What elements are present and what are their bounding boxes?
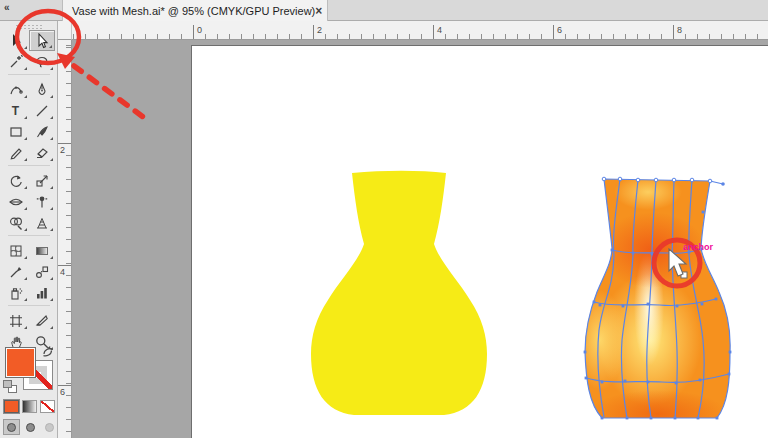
default-fill-stroke-icon[interactable] [3, 380, 17, 393]
magic-wand-icon [8, 54, 24, 70]
mesh-vase-shape[interactable] [575, 170, 735, 435]
mesh-tool-button[interactable] [3, 240, 29, 261]
artboard-tool-button[interactable] [3, 310, 29, 331]
scale-tool-button[interactable] [29, 170, 55, 191]
lasso-icon [34, 54, 50, 70]
ruler-label: 6 [553, 25, 562, 39]
ruler-label: 4 [433, 25, 442, 39]
yellow-vase-shape[interactable] [300, 168, 500, 420]
perspective-grid-tool-button[interactable] [29, 212, 55, 233]
blend-icon [34, 264, 50, 280]
column-graph-tool-button[interactable] [29, 282, 55, 303]
lasso-tool-button[interactable] [29, 51, 55, 72]
selection-arrow-icon [8, 33, 24, 49]
tools-panel: T [0, 21, 58, 438]
swap-fill-stroke-icon[interactable] [41, 344, 55, 362]
rectangle-icon [8, 124, 24, 140]
curvature-icon [8, 82, 24, 98]
blend-tool-button[interactable] [29, 261, 55, 282]
ruler-label: 6 [58, 385, 71, 397]
gradient-tool-button[interactable] [29, 240, 55, 261]
horizontal-ruler-ticks [58, 34, 768, 39]
illustrator-window: « Vase with Mesh.ai* @ 95% (CMYK/GPU Pre… [0, 0, 768, 438]
direct-selection-tool-button[interactable] [29, 30, 55, 51]
tab-bar: « Vase with Mesh.ai* @ 95% (CMYK/GPU Pre… [0, 0, 768, 21]
slice-tool-button[interactable] [29, 310, 55, 331]
ruler-corner [58, 21, 72, 40]
document-tab[interactable]: Vase with Mesh.ai* @ 95% (CMYK/GPU Previ… [62, 0, 328, 21]
pasteboard[interactable] [72, 40, 768, 438]
puppet-warp-tool-button[interactable] [29, 191, 55, 212]
shape-builder-icon [8, 215, 24, 231]
eraser-tool-button[interactable] [29, 142, 55, 163]
scale-icon [34, 173, 50, 189]
gradient-button[interactable] [22, 400, 37, 413]
draw-behind-icon [26, 423, 35, 432]
pen-icon [34, 82, 50, 98]
color-type-row [4, 400, 55, 413]
fill-color-swatch[interactable] [5, 347, 36, 378]
collapse-panel-icon[interactable]: « [4, 2, 9, 13]
width-tool-button[interactable] [3, 191, 29, 212]
symbol-sprayer-tool-button[interactable] [3, 282, 29, 303]
drawing-modes-row [3, 419, 58, 435]
pen-tool-button[interactable] [29, 79, 55, 100]
eyedropper-icon [8, 264, 24, 280]
rectangle-tool-button[interactable] [3, 121, 29, 142]
ruler-label: 2 [58, 143, 71, 155]
paintbrush-icon [34, 124, 50, 140]
draw-normal-icon [7, 423, 16, 432]
eraser-icon [34, 145, 50, 161]
direct-selection-arrow-icon [34, 33, 50, 49]
ruler-label: 8 [673, 25, 682, 39]
draw-inside-button[interactable] [41, 419, 58, 435]
ruler-label: 2 [313, 25, 322, 39]
pencil-icon [8, 145, 24, 161]
draw-behind-button[interactable] [22, 419, 39, 435]
mesh-icon [8, 243, 24, 259]
draw-normal-button[interactable] [3, 419, 20, 435]
line-segment-tool-button[interactable] [29, 100, 55, 121]
width-tool-icon [8, 194, 24, 210]
ruler-label: 0 [193, 25, 202, 39]
shape-builder-tool-button[interactable] [3, 212, 29, 233]
panel-drag-handle[interactable] [15, 24, 43, 29]
curvature-tool-button[interactable] [3, 79, 29, 100]
paintbrush-tool-button[interactable] [29, 121, 55, 142]
vertical-ruler[interactable]: 2 4 6 [58, 40, 72, 438]
artboard-icon [8, 313, 24, 329]
gradient-icon [34, 243, 50, 259]
magic-wand-tool-button[interactable] [3, 51, 29, 72]
close-tab-icon[interactable]: × [315, 5, 322, 17]
eyedropper-tool-button[interactable] [3, 261, 29, 282]
slice-knife-icon [34, 313, 50, 329]
horizontal-ruler[interactable]: 0 2 4 6 8 [58, 21, 768, 40]
document-title: Vase with Mesh.ai* @ 95% (CMYK/GPU Previ… [72, 5, 315, 17]
symbol-sprayer-icon [8, 285, 24, 301]
color-button[interactable] [4, 400, 19, 413]
rotate-tool-button[interactable] [3, 170, 29, 191]
rotate-icon [8, 173, 24, 189]
column-graph-icon [34, 285, 50, 301]
line-segment-icon [34, 103, 50, 119]
ruler-label: 4 [58, 265, 71, 277]
pencil-tool-button[interactable] [3, 142, 29, 163]
puppet-warp-pin-icon [34, 194, 50, 210]
vertical-ruler-ticks [66, 40, 71, 438]
selection-tool-button[interactable] [3, 30, 29, 51]
none-slash-icon [41, 401, 54, 412]
none-button[interactable] [40, 400, 55, 413]
perspective-grid-icon [34, 215, 50, 231]
type-tool-icon: T [12, 105, 19, 117]
draw-inside-icon [45, 423, 54, 432]
type-tool-button[interactable]: T [3, 100, 29, 121]
